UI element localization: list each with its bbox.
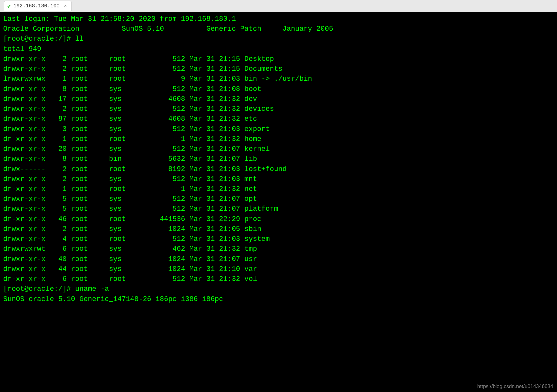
terminal-line: drwxrwxrwt 6 root sys 462 Mar 31 21:32 t…	[3, 244, 554, 254]
terminal-line: drwxr-xr-x 3 root sys 512 Mar 31 21:03 e…	[3, 124, 554, 134]
terminal-line: dr-xr-xr-x 46 root root 441536 Mar 31 22…	[3, 214, 554, 224]
terminal-line: [root@oracle:/]# ll	[3, 34, 554, 44]
terminal-line: Last login: Tue Mar 31 21:58:20 2020 fro…	[3, 14, 554, 24]
terminal-line: drwxr-xr-x 2 root sys 1024 Mar 31 21:05 …	[3, 224, 554, 234]
terminal-line: drwx------ 2 root root 8192 Mar 31 21:03…	[3, 164, 554, 174]
terminal-line: total 949	[3, 44, 554, 54]
terminal-window: ✔ 192.168.180.100 × Last login: Tue Mar …	[0, 0, 557, 392]
terminal-line: drwxr-xr-x 5 root sys 512 Mar 31 21:07 p…	[3, 204, 554, 214]
terminal-line: dr-xr-xr-x 6 root root 512 Mar 31 21:32 …	[3, 274, 554, 284]
terminal-line: drwxr-xr-x 2 root sys 512 Mar 31 21:32 d…	[3, 104, 554, 114]
terminal-line: drwxr-xr-x 2 root sys 512 Mar 31 21:03 m…	[3, 174, 554, 184]
terminal-line: dr-xr-xr-x 1 root root 1 Mar 31 21:32 ne…	[3, 184, 554, 194]
terminal-line: drwxr-xr-x 87 root sys 4608 Mar 31 21:32…	[3, 114, 554, 124]
terminal-line: lrwxrwxrwx 1 root root 9 Mar 31 21:03 bi…	[3, 74, 554, 84]
terminal-line: drwxr-xr-x 8 root sys 512 Mar 31 21:08 b…	[3, 84, 554, 94]
terminal-tab[interactable]: ✔ 192.168.180.100 ×	[4, 1, 71, 11]
terminal-line: dr-xr-xr-x 1 root root 1 Mar 31 21:32 ho…	[3, 134, 554, 144]
terminal-line: drwxr-xr-x 4 root root 512 Mar 31 21:03 …	[3, 234, 554, 244]
terminal-line: drwxr-xr-x 20 root sys 512 Mar 31 21:07 …	[3, 144, 554, 154]
terminal-body[interactable]: Last login: Tue Mar 31 21:58:20 2020 fro…	[0, 12, 557, 392]
close-tab-button[interactable]: ×	[64, 4, 67, 9]
terminal-line: [root@oracle:/]# uname -a	[3, 284, 554, 294]
terminal-line: drwxr-xr-x 8 root bin 5632 Mar 31 21:07 …	[3, 154, 554, 164]
terminal-line: drwxr-xr-x 2 root root 512 Mar 31 21:15 …	[3, 54, 554, 64]
title-bar: ✔ 192.168.180.100 ×	[0, 0, 557, 12]
terminal-line: Oracle Corporation SunOS 5.10 Generic Pa…	[3, 24, 554, 34]
terminal-output: Last login: Tue Mar 31 21:58:20 2020 fro…	[3, 14, 554, 304]
terminal-line: SunOS oracle 5.10 Generic_147148-26 i86p…	[3, 294, 554, 304]
terminal-line: drwxr-xr-x 40 root sys 1024 Mar 31 21:07…	[3, 254, 554, 264]
terminal-line: drwxr-xr-x 5 root sys 512 Mar 31 21:07 o…	[3, 194, 554, 204]
terminal-line: drwxr-xr-x 17 root sys 4608 Mar 31 21:32…	[3, 94, 554, 104]
terminal-line: drwxr-xr-x 44 root sys 1024 Mar 31 21:10…	[3, 264, 554, 274]
terminal-line: drwxr-xr-x 2 root root 512 Mar 31 21:15 …	[3, 64, 554, 74]
watermark: https://blog.csdn.net/u014346634	[477, 384, 553, 389]
connection-status-icon: ✔	[7, 3, 11, 10]
tab-label: 192.168.180.100	[13, 3, 60, 9]
